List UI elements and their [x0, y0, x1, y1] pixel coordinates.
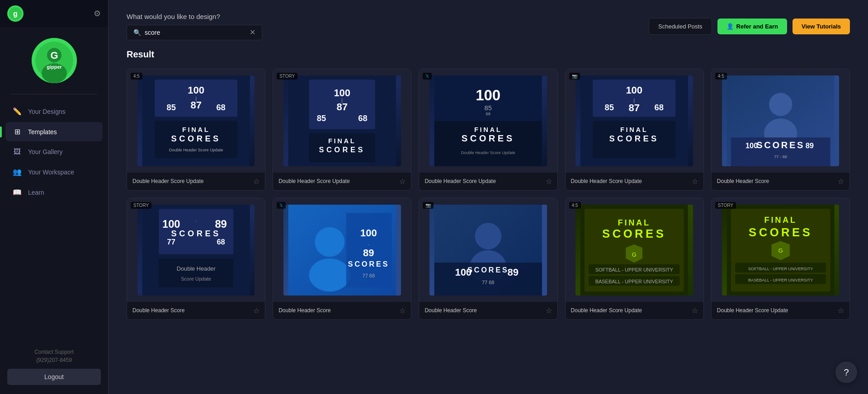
- card-badge: 4:5: [569, 202, 581, 209]
- favorite-button[interactable]: ☆: [253, 177, 259, 186]
- favorite-button[interactable]: ☆: [692, 177, 698, 186]
- svg-text:89: 89: [805, 141, 813, 150]
- grid-icon: ⊞: [13, 127, 22, 136]
- favorite-button[interactable]: ☆: [399, 177, 406, 186]
- card-preview: 4:5 FINAL SCORES G SOFTBALL -: [566, 198, 703, 302]
- card-badge: 𝕏: [423, 73, 432, 80]
- template-card[interactable]: 4:5 100 | 87 FINAL SCORES Double Header …: [127, 69, 265, 191]
- card-footer: Double Header Score ☆: [127, 302, 265, 319]
- search-bar-container: 🔍 ✕: [127, 25, 262, 40]
- template-card[interactable]: 📷 100 | 87 FINAL SCORES 85 68: [565, 69, 704, 191]
- svg-text:85: 85: [166, 103, 175, 112]
- sidebar-item-label: Learn: [28, 189, 44, 196]
- svg-text:100: 100: [626, 84, 643, 96]
- card-footer: Double Header Score Update ☆: [566, 302, 703, 319]
- svg-text:FINAL: FINAL: [621, 126, 648, 133]
- card-badge: 4:5: [131, 73, 142, 80]
- results-section: Result 4:5 100 | 87 FINAL: [127, 49, 850, 320]
- favorite-button[interactable]: ☆: [399, 306, 406, 315]
- refer-and-earn-button[interactable]: 👤 Refer and Earn: [717, 19, 787, 34]
- template-card[interactable]: 𝕏: [273, 198, 411, 320]
- contact-support-label: Contact Support: [7, 349, 101, 355]
- favorite-button[interactable]: ☆: [546, 177, 552, 186]
- scheduled-posts-button[interactable]: Scheduled Posts: [649, 18, 712, 35]
- sidebar-item-your-designs[interactable]: ✏️ Your Designs: [5, 102, 103, 121]
- svg-text:g: g: [13, 10, 18, 18]
- settings-button[interactable]: ⚙: [94, 9, 101, 19]
- card-preview: STORY 100 · 89 SCORES 77 68 Doubl: [127, 198, 265, 302]
- sidebar-item-label: Your Workspace: [28, 169, 74, 176]
- sidebar-item-label: Templates: [28, 128, 57, 136]
- svg-text:FINAL: FINAL: [474, 126, 502, 133]
- preview-image: 100 | 87 FINAL SCORES 85 68: [283, 75, 401, 166]
- svg-text:87: 87: [337, 101, 348, 113]
- svg-text:87: 87: [190, 99, 201, 111]
- svg-text:SCORES: SCORES: [609, 134, 659, 143]
- favorite-button[interactable]: ☆: [546, 306, 552, 315]
- template-card[interactable]: 𝕏 100 85 FINAL SCORES Double Header Scor…: [419, 69, 557, 191]
- template-card[interactable]: 📷: [419, 198, 557, 320]
- help-button[interactable]: ?: [835, 361, 857, 383]
- svg-text:85: 85: [485, 104, 492, 112]
- main-header: What would you like to design? 🔍 ✕ Sched…: [127, 0, 850, 49]
- svg-text:77   68: 77 68: [482, 279, 494, 285]
- svg-text:87: 87: [629, 102, 640, 113]
- sidebar-item-templates[interactable]: ⊞ Templates: [5, 122, 103, 141]
- favorite-button[interactable]: ☆: [838, 306, 844, 315]
- logout-button[interactable]: Logout: [7, 369, 101, 385]
- sidebar-item-your-workspace[interactable]: 👥 Your Workspace: [5, 162, 103, 182]
- card-badge: 𝕏: [277, 202, 286, 209]
- card-footer: Double Header Score ☆: [419, 302, 557, 319]
- card-footer: Double Header Score Update ☆: [419, 173, 557, 190]
- svg-text:SCORES: SCORES: [171, 228, 221, 238]
- card-preview: 4:5 100 | 87 FINAL SCORES Double Header …: [127, 69, 265, 173]
- sidebar-item-learn[interactable]: 📖 Learn: [5, 183, 103, 202]
- card-label: Double Header Score Update: [571, 307, 642, 314]
- template-card[interactable]: STORY FINAL SCORES G SOFTBALL - UPPER UN…: [711, 198, 850, 320]
- card-label: Double Header Score Update: [278, 178, 349, 184]
- sidebar-item-label: Your Gallery: [28, 148, 63, 155]
- template-card[interactable]: STORY 100 | 87 FINAL SCORES 85 68: [273, 69, 411, 191]
- help-icon: ?: [844, 367, 849, 378]
- svg-text:100: 100: [745, 141, 758, 150]
- results-title: Result: [127, 49, 850, 60]
- template-card[interactable]: 4:5 FINAL SCORES G SOFTBALL -: [565, 198, 704, 320]
- refer-label: Refer and Earn: [736, 23, 778, 30]
- svg-text:SCORES: SCORES: [319, 145, 366, 154]
- svg-text:85: 85: [605, 103, 614, 112]
- favorite-button[interactable]: ☆: [692, 306, 698, 315]
- preview-image: 100 · 89 SCORES 77 68 Double Header Scor…: [137, 205, 255, 296]
- svg-text:gipper: gipper: [47, 64, 62, 70]
- learn-icon: 📖: [13, 188, 22, 197]
- view-tutorials-button[interactable]: View Tutorials: [793, 19, 850, 34]
- favorite-button[interactable]: ☆: [838, 177, 844, 186]
- svg-text:G: G: [50, 50, 58, 61]
- svg-text:100: 100: [188, 84, 204, 96]
- card-footer: Double Header Score Update ☆: [127, 173, 265, 190]
- svg-text:SCORES: SCORES: [603, 227, 666, 240]
- card-badge: 📷: [569, 73, 580, 80]
- card-badge: STORY: [131, 202, 151, 209]
- workspace-icon: 👥: [13, 168, 22, 176]
- svg-text:Score Update: Score Update: [181, 276, 211, 281]
- card-footer: Double Header Score Update ☆: [273, 173, 411, 190]
- card-preview: 📷 100 | 87 FINAL SCORES 85 68: [566, 69, 703, 173]
- main-content: What would you like to design? 🔍 ✕ Sched…: [108, 0, 868, 394]
- search-clear-button[interactable]: ✕: [250, 29, 255, 36]
- card-footer: Double Header Score Update ☆: [566, 173, 703, 190]
- preview-image: 100 SCORES 89 77 68: [429, 205, 547, 296]
- search-input[interactable]: [145, 29, 246, 36]
- card-preview: 4:5: [712, 69, 849, 173]
- refer-icon: 👤: [726, 23, 734, 30]
- nav-menu: ✏️ Your Designs ⊞ Templates 🖼 Your Galle…: [0, 102, 108, 202]
- gallery-icon: 🖼: [13, 148, 22, 156]
- favorite-button[interactable]: ☆: [253, 306, 259, 315]
- card-footer: Double Header Score ☆: [712, 173, 849, 190]
- svg-text:77 - 68: 77 - 68: [774, 155, 787, 159]
- svg-text:Double Header Score Update: Double Header Score Update: [169, 148, 223, 152]
- svg-text:SCORES: SCORES: [171, 134, 221, 143]
- card-label: Double Header Score Update: [571, 178, 642, 184]
- template-card[interactable]: 4:5: [711, 69, 850, 191]
- template-card[interactable]: STORY 100 · 89 SCORES 77 68 Doubl: [127, 198, 265, 320]
- sidebar-item-your-gallery[interactable]: 🖼 Your Gallery: [5, 142, 103, 161]
